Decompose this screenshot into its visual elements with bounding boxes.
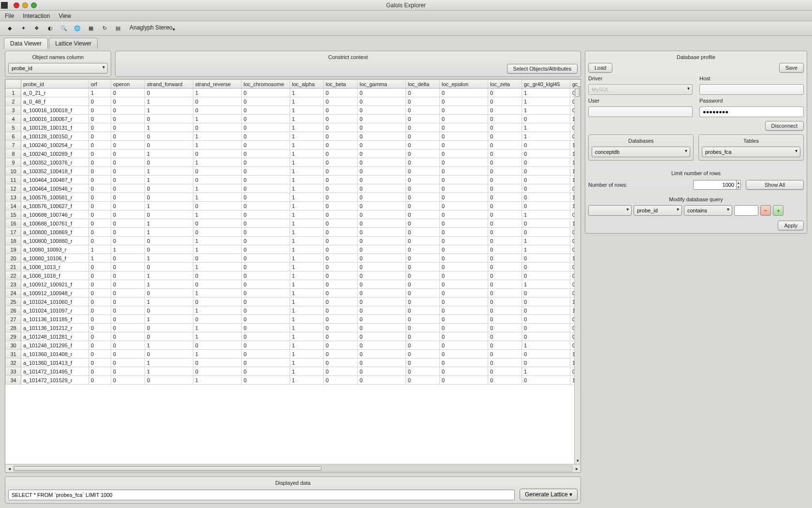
table-cell[interactable]: a_101136_101185_f	[21, 315, 89, 324]
table-cell[interactable]: 0	[111, 210, 145, 219]
table-cell[interactable]: 0	[488, 123, 522, 132]
table-cell[interactable]: a_100240_100254_r	[21, 141, 89, 149]
table-cell[interactable]: 1	[290, 315, 324, 324]
table-cell[interactable]: 0	[242, 350, 290, 359]
table-cell[interactable]: 0	[111, 176, 145, 184]
table-cell[interactable]: 0	[406, 237, 440, 245]
table-row[interactable]: 17a_100800_100869_f00100100000001	[6, 228, 581, 237]
table-cell[interactable]: 0	[358, 271, 406, 280]
table-row[interactable]: 31a_101360_101408_r00010100000010	[6, 350, 581, 359]
qb-column-select[interactable]: probe_id	[634, 205, 682, 216]
table-cell[interactable]: 0	[406, 210, 440, 219]
table-cell[interactable]: 0	[145, 237, 193, 245]
table-cell[interactable]: 0	[145, 289, 193, 298]
remove-condition-button[interactable]: −	[760, 205, 771, 216]
table-cell[interactable]: 0	[89, 359, 111, 367]
table-cell[interactable]: 0	[242, 367, 290, 376]
table-cell[interactable]: 0	[242, 245, 290, 254]
table-row[interactable]: 28a_101136_101212_r00010100000001	[6, 324, 581, 332]
table-cell[interactable]: 0	[488, 193, 522, 202]
apply-button[interactable]: Apply	[778, 221, 804, 230]
table-cell[interactable]: 0	[242, 141, 290, 149]
table-cell[interactable]: a_100128_100131_f	[21, 123, 89, 132]
table-cell[interactable]: 1	[522, 97, 570, 106]
table-cell[interactable]: 0	[488, 315, 522, 324]
table-cell[interactable]: 0	[111, 158, 145, 167]
column-header[interactable]: orf	[89, 80, 111, 89]
table-cell[interactable]: 0	[145, 332, 193, 341]
stereo-dropdown[interactable]: Anaglyph Stereo▾	[130, 24, 175, 32]
qb-andor-select[interactable]	[588, 205, 632, 216]
table-cell[interactable]: 1	[290, 210, 324, 219]
table-cell[interactable]: 0	[193, 176, 242, 184]
table-cell[interactable]: 0	[324, 315, 358, 324]
table-cell[interactable]: 0	[324, 332, 358, 341]
table-cell[interactable]: 0	[406, 228, 440, 237]
table-cell[interactable]: 1	[290, 158, 324, 167]
table-cell[interactable]: 0	[324, 359, 358, 367]
table-cell[interactable]: 0	[145, 141, 193, 149]
table-cell[interactable]: 0	[488, 298, 522, 306]
table-cell[interactable]: 1	[145, 280, 193, 289]
table-row[interactable]: 26a_101024_101097_r00010100000010	[6, 306, 581, 315]
table-cell[interactable]: 1	[290, 263, 324, 271]
table-cell[interactable]: a_101248_101281_r	[21, 332, 89, 341]
table-cell[interactable]: 0	[488, 167, 522, 176]
table-cell[interactable]: 0	[324, 219, 358, 228]
clipboard-icon[interactable]: ▤	[113, 24, 123, 33]
table-cell[interactable]: 0	[440, 184, 488, 193]
table-cell[interactable]: 1	[522, 123, 570, 132]
table-cell[interactable]: 0	[89, 202, 111, 210]
table-cell[interactable]: 1	[290, 350, 324, 359]
table-cell[interactable]: 1	[290, 149, 324, 158]
table-cell[interactable]: 0	[358, 167, 406, 176]
tab-data-viewer[interactable]: Data Viewer	[4, 38, 48, 49]
table-cell[interactable]: 0	[488, 359, 522, 367]
column-header[interactable]: gc_gr45_klgl50	[570, 80, 581, 89]
table-cell[interactable]: 0	[406, 376, 440, 385]
table-cell[interactable]: 1	[145, 341, 193, 350]
table-cell[interactable]: 0	[358, 367, 406, 376]
table-cell[interactable]: 0	[488, 280, 522, 289]
menu-interaction[interactable]: Interaction	[23, 13, 50, 19]
table-cell[interactable]: 0	[193, 271, 242, 280]
load-button[interactable]: Load	[588, 63, 612, 73]
table-cell[interactable]: 0	[89, 324, 111, 332]
table-cell[interactable]: 0	[406, 158, 440, 167]
scroll-right-icon[interactable]: ▸	[573, 466, 580, 471]
table-cell[interactable]: 0	[358, 228, 406, 237]
table-cell[interactable]: 1	[145, 359, 193, 367]
table-cell[interactable]: 0	[193, 280, 242, 289]
table-cell[interactable]: 0	[89, 158, 111, 167]
table-cell[interactable]: 0	[488, 263, 522, 271]
table-cell[interactable]: a_100464_100487_f	[21, 176, 89, 184]
table-cell[interactable]: 0	[522, 193, 570, 202]
table-cell[interactable]: 0	[242, 332, 290, 341]
table-cell[interactable]: 0	[406, 141, 440, 149]
table-cell[interactable]: 1	[290, 228, 324, 237]
column-header[interactable]: strand_forward	[145, 80, 193, 89]
disconnect-button[interactable]: Disconnect	[765, 121, 804, 131]
table-cell[interactable]: 0	[488, 376, 522, 385]
table-cell[interactable]: 0	[242, 306, 290, 315]
table-cell[interactable]: 1	[145, 271, 193, 280]
table-row[interactable]: 32a_101360_101413_f00100100000010	[6, 359, 581, 367]
table-cell[interactable]: 1	[145, 254, 193, 263]
table-cell[interactable]: 0	[242, 359, 290, 367]
table-cell[interactable]: 1	[522, 341, 570, 350]
table-cell[interactable]: 0	[358, 219, 406, 228]
table-cell[interactable]: 1	[193, 210, 242, 219]
table-cell[interactable]: 0	[111, 115, 145, 123]
table-cell[interactable]: 0	[324, 193, 358, 202]
table-cell[interactable]: a_100912_100948_r	[21, 289, 89, 298]
table-cell[interactable]: 0	[89, 132, 111, 141]
table-cell[interactable]: 0	[111, 306, 145, 315]
table-cell[interactable]: 0	[111, 89, 145, 97]
table-cell[interactable]: 0	[111, 254, 145, 263]
table-cell[interactable]: 0	[358, 184, 406, 193]
table-row[interactable]: 9a_100352_100376_r00010100000010	[6, 158, 581, 167]
table-cell[interactable]: 0	[440, 324, 488, 332]
table-cell[interactable]: 1	[290, 359, 324, 367]
table-cell[interactable]: 1	[522, 237, 570, 245]
table-cell[interactable]: 0	[522, 149, 570, 158]
